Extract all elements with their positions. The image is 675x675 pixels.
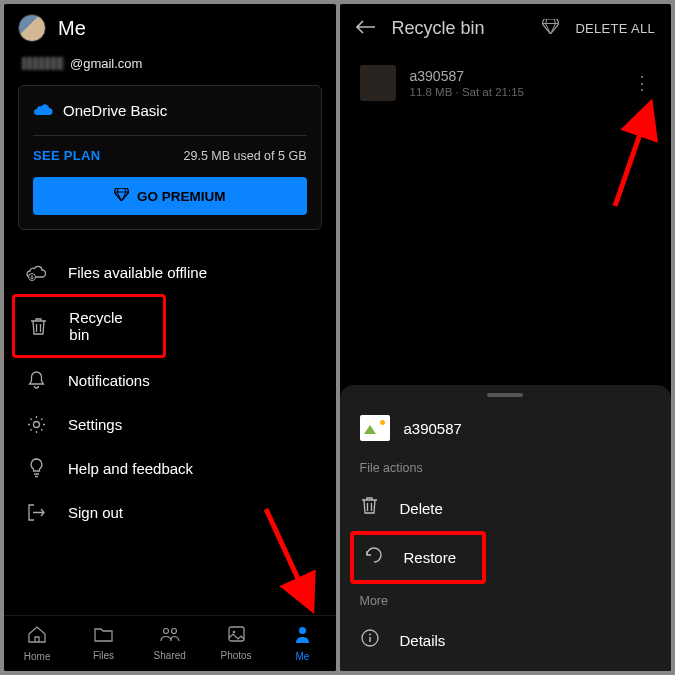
email-redacted: [22, 57, 64, 70]
email-suffix: @gmail.com: [70, 56, 142, 71]
menu-label: Settings: [68, 416, 122, 433]
menu-offline[interactable]: Files available offline: [4, 250, 336, 294]
action-label: Restore: [404, 549, 457, 566]
menu-label: Recycle bin: [69, 309, 140, 343]
file-item[interactable]: a390587 11.8 MB · Sat at 21:15 ⋮: [340, 53, 672, 113]
home-icon: [28, 626, 46, 648]
page-title: Me: [58, 17, 86, 40]
storage-plan-row: OneDrive Basic: [33, 100, 307, 121]
file-meta: 11.8 MB · Sat at 21:15: [410, 86, 620, 98]
trash-icon: [29, 316, 47, 336]
action-details[interactable]: Details: [340, 618, 672, 663]
diamond-icon: [114, 188, 129, 204]
sheet-file-name: a390587: [404, 420, 462, 437]
folder-icon: [94, 627, 113, 647]
me-screen: Me @gmail.com OneDrive Basic SEE PLAN 29…: [4, 4, 336, 671]
recycle-title: Recycle bin: [392, 18, 527, 39]
restore-icon: [364, 546, 384, 569]
back-icon[interactable]: [356, 19, 376, 39]
signout-icon: [26, 502, 46, 522]
section-label: More: [340, 584, 672, 618]
nav-label: Photos: [220, 650, 251, 661]
people-icon: [160, 627, 180, 647]
action-restore[interactable]: Restore: [350, 531, 486, 584]
svg-point-1: [33, 421, 39, 427]
menu-signout[interactable]: Sign out: [4, 490, 336, 534]
cloud-download-icon: [26, 262, 46, 282]
menu-label: Files available offline: [68, 264, 207, 281]
svg-point-6: [299, 627, 306, 634]
action-label: Delete: [400, 500, 443, 517]
svg-point-5: [232, 631, 235, 634]
recycle-header: Recycle bin DELETE ALL: [340, 4, 672, 53]
recycle-bin-screen: Recycle bin DELETE ALL a390587 11.8 MB ·…: [340, 4, 672, 671]
section-label: File actions: [340, 457, 672, 485]
me-header: Me: [4, 4, 336, 52]
menu-label: Sign out: [68, 504, 123, 521]
image-icon: [360, 415, 390, 441]
see-plan-link[interactable]: SEE PLAN: [33, 148, 100, 163]
action-label: Details: [400, 632, 446, 649]
menu-label: Notifications: [68, 372, 150, 389]
menu-recycle-bin[interactable]: Recycle bin: [12, 294, 166, 358]
bell-icon: [26, 370, 46, 390]
file-thumbnail: [360, 65, 396, 101]
menu-notifications[interactable]: Notifications: [4, 358, 336, 402]
nav-label: Home: [24, 651, 51, 662]
menu-list: Files available offline Recycle bin Noti…: [4, 250, 336, 534]
delete-all-button[interactable]: DELETE ALL: [575, 21, 655, 36]
file-name: a390587: [410, 68, 620, 84]
nav-home[interactable]: Home: [4, 616, 70, 671]
svg-line-8: [615, 108, 649, 206]
svg-point-2: [163, 628, 168, 633]
bottom-sheet: a390587 File actions Delete Restore More…: [340, 385, 672, 671]
gear-icon: [26, 414, 46, 434]
sheet-handle[interactable]: [487, 393, 523, 397]
photos-icon: [228, 626, 245, 647]
divider: [33, 135, 307, 136]
cloud-icon: [33, 100, 53, 121]
nav-me[interactable]: Me: [269, 616, 335, 671]
bottom-nav: Home Files Shared Photos Me: [4, 615, 336, 671]
menu-settings[interactable]: Settings: [4, 402, 336, 446]
annotation-arrow: [607, 102, 657, 216]
info-icon: [360, 629, 380, 652]
go-premium-button[interactable]: GO PREMIUM: [33, 177, 307, 215]
nav-photos[interactable]: Photos: [203, 616, 269, 671]
more-icon[interactable]: ⋮: [633, 79, 651, 88]
diamond-icon[interactable]: [542, 19, 559, 38]
file-info: a390587 11.8 MB · Sat at 21:15: [410, 68, 620, 98]
action-delete[interactable]: Delete: [340, 485, 672, 531]
menu-label: Help and feedback: [68, 460, 193, 477]
avatar[interactable]: [18, 14, 46, 42]
svg-point-10: [369, 634, 371, 636]
nav-files[interactable]: Files: [70, 616, 136, 671]
menu-help[interactable]: Help and feedback: [4, 446, 336, 490]
nav-label: Me: [295, 651, 309, 662]
trash-icon: [360, 496, 380, 520]
svg-rect-4: [229, 627, 244, 641]
svg-point-3: [171, 628, 176, 633]
sheet-file-header: a390587: [340, 405, 672, 457]
premium-label: GO PREMIUM: [137, 189, 226, 204]
nav-label: Shared: [154, 650, 186, 661]
person-icon: [295, 626, 310, 648]
account-email: @gmail.com: [4, 52, 336, 85]
nav-shared[interactable]: Shared: [137, 616, 203, 671]
storage-card: OneDrive Basic SEE PLAN 29.5 MB used of …: [18, 85, 322, 230]
nav-label: Files: [93, 650, 114, 661]
plan-name: OneDrive Basic: [63, 102, 167, 119]
lightbulb-icon: [26, 458, 46, 478]
storage-usage: 29.5 MB used of 5 GB: [184, 149, 307, 163]
